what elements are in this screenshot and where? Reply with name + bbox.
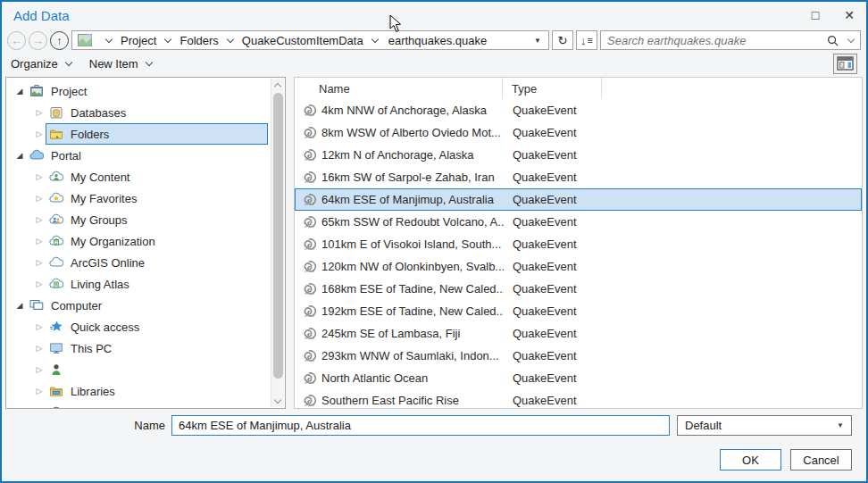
tree-item-label-box[interactable]: My Organization [46, 230, 268, 252]
tree-item-living-atlas[interactable]: ▷Living Atlas [6, 273, 285, 295]
chevron-down-icon[interactable] [164, 35, 171, 42]
expand-expander-icon[interactable]: ▷ [33, 344, 46, 353]
organize-menu-button[interactable]: Organize [11, 57, 71, 71]
tree-item-label-box[interactable]: ArcGIS Online [46, 252, 268, 273]
tree-item-label-box[interactable]: Folders [46, 123, 268, 145]
expand-expander-icon[interactable]: ▷ [33, 365, 46, 374]
collapse-expander-icon[interactable]: ◢ [13, 301, 26, 310]
sort-button[interactable]: ↓≡ [576, 30, 597, 50]
tree-item-my-groups[interactable]: ▷My Groups [6, 209, 285, 230]
expand-expander-icon[interactable]: ▷ [33, 408, 46, 409]
chevron-down-icon[interactable] [371, 35, 378, 42]
tree-item-label-box[interactable]: Libraries [46, 380, 268, 402]
format-select[interactable]: Default ▼ [677, 415, 852, 436]
expand-expander-icon[interactable]: ▷ [33, 387, 46, 396]
back-button[interactable]: ← [7, 31, 26, 50]
list-item[interactable]: Southern East Pacific RiseQuakeEvent [295, 389, 862, 409]
scroll-down-button[interactable] [271, 395, 284, 407]
tree-item-quick-access[interactable]: ▷Quick access [6, 316, 285, 337]
chevron-down-icon[interactable] [105, 35, 113, 42]
tree-item-label-box[interactable]: This PC [46, 337, 268, 359]
breadcrumb-project[interactable]: Project [121, 34, 156, 47]
expand-expander-icon[interactable]: ▷ [33, 108, 46, 117]
tree-item-network[interactable]: ▷Network [6, 402, 285, 409]
tree-item-label-box[interactable]: Project [26, 80, 268, 102]
tree-item-label: My Favorites [71, 192, 137, 205]
tree-item-label-box[interactable] [46, 359, 268, 380]
expand-expander-icon[interactable]: ▷ [33, 279, 46, 288]
tree-item-label-box[interactable]: Portal [26, 145, 268, 166]
expand-expander-icon[interactable]: ▷ [33, 258, 46, 267]
new-item-menu-button[interactable]: New Item [89, 57, 152, 71]
tree-item-my-organization[interactable]: ▷My Organization [6, 230, 285, 252]
list-item[interactable]: North Atlantic OceanQuakeEvent [295, 367, 862, 389]
tree-item-project[interactable]: ◢Project [6, 80, 285, 102]
list-item[interactable]: 4km NNW of Anchorage, AlaskaQuakeEvent [295, 99, 862, 121]
tree-scrollbar[interactable] [271, 79, 284, 407]
search-input[interactable] [607, 34, 826, 47]
expand-expander-icon[interactable]: ▷ [33, 194, 46, 203]
expand-expander-icon[interactable]: ▷ [33, 172, 46, 181]
title-bar: Add Data □ ✕ [2, 2, 866, 29]
tree-item-label-box[interactable]: Databases [46, 102, 268, 123]
list-item[interactable]: 245km SE of Lambasa, FijiQuakeEvent [295, 322, 862, 345]
cloud-outline-icon [49, 255, 64, 270]
column-options-button[interactable] [833, 54, 857, 74]
expand-expander-icon[interactable]: ▷ [33, 322, 46, 331]
column-header-type[interactable]: Type [503, 78, 602, 99]
collapse-expander-icon[interactable]: ◢ [13, 87, 26, 96]
list-item[interactable]: 101km E of Visokoi Island, South...Quake… [295, 233, 862, 255]
tree-item-libraries[interactable]: ▷Libraries [6, 380, 285, 402]
tree-item-label-box[interactable]: My Content [46, 166, 268, 187]
list-item[interactable]: 192km ESE of Tadine, New Caled...QuakeEv… [295, 300, 862, 322]
tree-item-label: My Organization [71, 235, 155, 248]
maximize-button[interactable]: □ [798, 4, 832, 27]
list-item[interactable]: 8km WSW of Alberto Oviedo Mot...QuakeEve… [295, 121, 862, 144]
ok-button[interactable]: OK [720, 449, 781, 471]
tree-item-user[interactable]: ▷ [6, 359, 285, 380]
list-item[interactable]: 168km ESE of Tadine, New Caled...QuakeEv… [295, 278, 862, 300]
location-breadcrumb-combobox[interactable]: Project Folders QuakeCustomItemData eart… [71, 30, 549, 50]
close-button[interactable]: ✕ [832, 4, 866, 27]
tree-item-arcgis-online[interactable]: ▷ArcGIS Online [6, 252, 285, 273]
tree-item-label-box[interactable]: Living Atlas [46, 273, 268, 295]
tree-item-label-box[interactable]: Computer [26, 295, 268, 316]
up-button[interactable]: ↑ [50, 31, 69, 50]
expand-expander-icon[interactable]: ▷ [33, 215, 46, 224]
chevron-down-icon[interactable] [227, 35, 234, 42]
breadcrumb-folders[interactable]: Folders [179, 34, 218, 47]
scroll-up-button[interactable] [271, 79, 284, 91]
tree-item-label-box[interactable]: Quick access [46, 316, 268, 337]
list-item[interactable]: 65km SSW of Redoubt Volcano, A...QuakeEv… [295, 211, 862, 233]
tree-item-computer[interactable]: ◢Computer [6, 295, 285, 316]
column-header-name[interactable]: Name [295, 78, 503, 99]
tree-item-portal[interactable]: ◢Portal [6, 145, 285, 166]
chevron-down-icon[interactable] [847, 35, 855, 42]
expand-expander-icon[interactable]: ▷ [33, 237, 46, 246]
search-icon[interactable] [826, 34, 839, 47]
item-name: 8km WSW of Alberto Oviedo Mot... [321, 126, 501, 139]
list-item[interactable]: 12km N of Anchorage, AlaskaQuakeEvent [295, 144, 862, 166]
list-item[interactable]: 16km SW of Sarpol-e Zahab, IranQuakeEven… [295, 166, 862, 188]
list-item[interactable]: 293km WNW of Saumlaki, Indon...QuakeEven… [295, 345, 862, 367]
scrollbar-thumb[interactable] [273, 93, 283, 379]
tree-item-label-box[interactable]: Network [46, 402, 268, 409]
dropdown-arrow-icon[interactable]: ▼ [534, 37, 543, 45]
tree-item-my-favorites[interactable]: ▷My Favorites [6, 187, 285, 209]
forward-button[interactable]: → [29, 31, 47, 50]
tree-item-databases[interactable]: ▷Databases [6, 102, 285, 123]
expand-expander-icon[interactable]: ▷ [33, 129, 46, 138]
list-item[interactable]: 64km ESE of Manjimup, AustraliaQuakeEven… [295, 188, 862, 211]
breadcrumb-quakecustomitemdata[interactable]: QuakeCustomItemData [242, 34, 363, 47]
name-input[interactable] [171, 415, 670, 436]
tree-item-this-pc[interactable]: ▷This PC [6, 337, 285, 359]
tree-item-my-content[interactable]: ▷My Content [6, 166, 285, 187]
collapse-expander-icon[interactable]: ◢ [13, 151, 26, 160]
tree-item-label-box[interactable]: My Groups [46, 209, 268, 230]
tree-item-folders[interactable]: ▷Folders [6, 123, 285, 145]
cancel-button[interactable]: Cancel [790, 449, 852, 471]
tree-item-label-box[interactable]: My Favorites [46, 187, 268, 209]
navigation-toolbar: ← → ↑ Project Folders QuakeCustomItemDat… [2, 29, 866, 52]
refresh-button[interactable]: ↻ [552, 30, 573, 50]
list-item[interactable]: 120km NW of Olonkinbyen, Svalb...QuakeEv… [295, 255, 862, 278]
